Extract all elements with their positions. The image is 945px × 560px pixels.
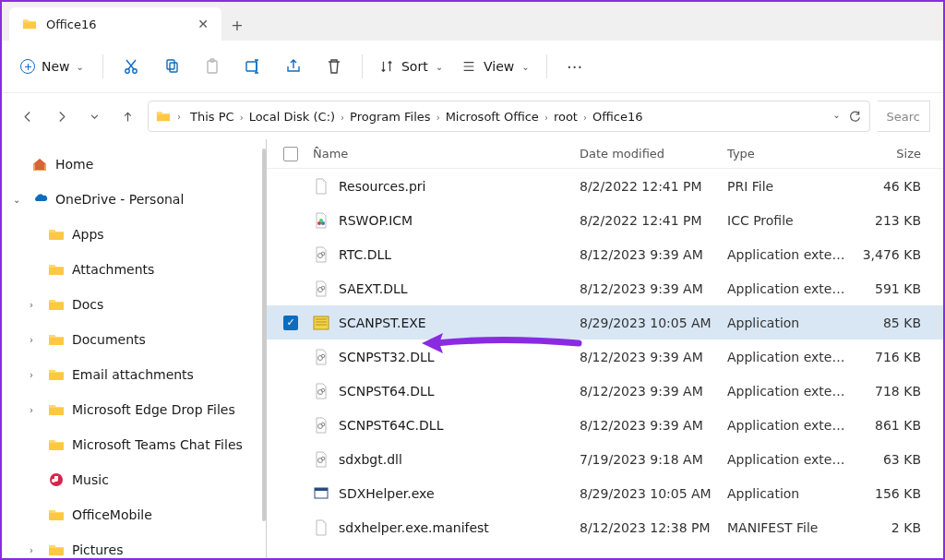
file-row[interactable]: SDXHelper.exe8/29/2023 10:05 AMApplicati… — [267, 476, 943, 510]
file-row[interactable]: SCNPST64C.DLL8/12/2023 9:39 AMApplicatio… — [267, 408, 943, 442]
column-name[interactable]: ⌃Name — [313, 147, 580, 161]
breadcrumb[interactable]: Program Files — [347, 108, 434, 125]
breadcrumb[interactable]: This PC — [187, 108, 237, 125]
paste-button[interactable] — [194, 48, 231, 85]
folder-icon — [48, 296, 65, 313]
file-row[interactable]: SCNPST32.DLL8/12/2023 9:39 AMApplication… — [267, 340, 943, 374]
new-button[interactable]: New ⌄ — [15, 51, 93, 82]
file-list: Resources.pri8/2/2022 12:41 PMPRI File46… — [267, 169, 943, 558]
file-checkbox[interactable] — [283, 179, 298, 194]
sidebar-item[interactable]: Attachments — [2, 252, 266, 287]
sidebar-item[interactable]: ›Pictures — [2, 532, 266, 558]
file-size: 156 KB — [847, 486, 921, 501]
expand-icon[interactable]: › — [30, 370, 41, 380]
file-checkbox[interactable] — [283, 452, 298, 467]
file-checkbox[interactable] — [283, 418, 298, 433]
sidebar-item[interactable]: Music — [2, 462, 266, 497]
recent-button[interactable] — [81, 103, 107, 129]
file-name: SAEXT.DLL — [339, 281, 580, 296]
file-row[interactable]: sdxhelper.exe.manifest8/12/2023 12:38 PM… — [267, 510, 943, 544]
file-row[interactable]: RSWOP.ICM8/2/2022 12:41 PMICC Profile213… — [267, 203, 943, 237]
more-button[interactable]: ··· — [556, 48, 593, 85]
tab-office16[interactable]: Office16 ✕ — [9, 7, 221, 41]
sidebar-item[interactable]: Home — [2, 147, 266, 182]
file-name: SCANPST.EXE — [339, 316, 580, 330]
forward-button[interactable] — [48, 103, 74, 129]
delete-button[interactable] — [316, 48, 353, 85]
sidebar-item[interactable]: ›Email attachments — [2, 357, 266, 392]
new-tab-button[interactable]: + — [221, 9, 253, 41]
file-row[interactable]: RTC.DLL8/12/2023 9:39 AMApplication exte… — [267, 237, 943, 271]
view-button[interactable]: View ⌄ — [454, 51, 537, 82]
expand-icon[interactable]: › — [30, 405, 41, 415]
column-type[interactable]: Type — [727, 147, 847, 161]
file-type: MANIFEST File — [727, 520, 847, 535]
search-input[interactable]: Searc — [878, 101, 930, 132]
sidebar-item[interactable]: Apps — [2, 217, 266, 252]
file-size: 716 KB — [847, 350, 921, 364]
plus-icon — [20, 59, 35, 74]
refresh-icon[interactable] — [848, 110, 862, 124]
back-button[interactable] — [15, 103, 41, 129]
file-icon — [313, 417, 329, 434]
file-checkbox[interactable] — [283, 384, 298, 399]
sidebar-item[interactable]: ⌄OneDrive - Personal — [2, 182, 266, 217]
file-row[interactable]: SCANPST.EXE8/29/2023 10:05 AMApplication… — [267, 305, 943, 340]
folder-icon — [48, 366, 65, 383]
folder-icon — [48, 542, 65, 558]
sidebar-item[interactable]: Microsoft Teams Chat Files — [2, 427, 266, 462]
file-date: 8/29/2023 10:05 AM — [580, 316, 727, 330]
music-icon — [48, 471, 65, 488]
file-checkbox[interactable] — [283, 213, 298, 228]
sidebar-item[interactable]: ›Docs — [2, 287, 266, 322]
copy-button[interactable] — [153, 48, 190, 85]
share-button[interactable] — [275, 48, 312, 85]
tab-close-icon[interactable]: ✕ — [197, 17, 209, 31]
file-row[interactable]: sdxbgt.dll7/19/2023 9:18 AMApplication e… — [267, 442, 943, 476]
home-icon — [31, 156, 48, 173]
expand-icon[interactable]: › — [30, 300, 41, 310]
file-date: 8/12/2023 9:39 AM — [580, 350, 727, 364]
file-checkbox[interactable] — [283, 520, 298, 535]
file-icon — [313, 349, 329, 365]
sidebar-item[interactable]: OfficeMobile — [2, 497, 266, 532]
file-checkbox[interactable] — [283, 350, 298, 364]
expand-icon[interactable]: › — [30, 335, 41, 345]
file-checkbox[interactable] — [283, 247, 298, 262]
file-name: SCNPST32.DLL — [339, 350, 580, 364]
sidebar-item-label: Microsoft Edge Drop Files — [72, 402, 235, 417]
sidebar-item-label: Attachments — [72, 262, 154, 277]
chevron-down-icon: ⌄ — [77, 62, 84, 72]
rename-button[interactable] — [234, 48, 271, 85]
up-button[interactable] — [114, 103, 140, 129]
file-row[interactable]: SAEXT.DLL8/12/2023 9:39 AMApplication ex… — [267, 271, 943, 305]
breadcrumb[interactable]: Local Disk (C:) — [246, 108, 338, 125]
sidebar-item-label: Documents — [72, 332, 146, 347]
file-checkbox[interactable] — [283, 281, 298, 296]
column-date[interactable]: Date modified — [580, 147, 727, 161]
expand-icon[interactable]: › — [30, 545, 41, 555]
file-row[interactable]: Resources.pri8/2/2022 12:41 PMPRI File46… — [267, 169, 943, 203]
sidebar-item-label: Music — [72, 472, 109, 487]
breadcrumb[interactable]: Office16 — [590, 108, 646, 125]
chevron-down-icon[interactable]: ⌄ — [832, 110, 840, 124]
address-bar[interactable]: › This PC›Local Disk (C:)›Program Files›… — [148, 101, 870, 132]
breadcrumb[interactable]: root — [551, 108, 580, 125]
file-type: PRI File — [727, 179, 847, 194]
file-checkbox[interactable] — [283, 316, 298, 330]
file-size: 3,476 KB — [847, 247, 921, 262]
select-all-checkbox[interactable] — [283, 147, 298, 161]
sidebar-item[interactable]: ›Documents — [2, 322, 266, 357]
file-checkbox[interactable] — [283, 486, 298, 501]
sidebar-item-label: Microsoft Teams Chat Files — [72, 437, 243, 452]
file-row[interactable]: SCNPST64.DLL8/12/2023 9:39 AMApplication… — [267, 374, 943, 408]
file-icon — [313, 451, 329, 468]
sidebar-item[interactable]: ›Microsoft Edge Drop Files — [2, 392, 266, 427]
file-icon — [313, 178, 329, 195]
sort-button[interactable]: Sort ⌄ — [372, 51, 450, 82]
expand-icon[interactable]: ⌄ — [13, 195, 24, 205]
file-date: 8/12/2023 9:39 AM — [580, 418, 727, 433]
column-size[interactable]: Size — [847, 147, 921, 161]
cut-button[interactable] — [113, 48, 150, 85]
breadcrumb[interactable]: Microsoft Office — [443, 108, 542, 125]
